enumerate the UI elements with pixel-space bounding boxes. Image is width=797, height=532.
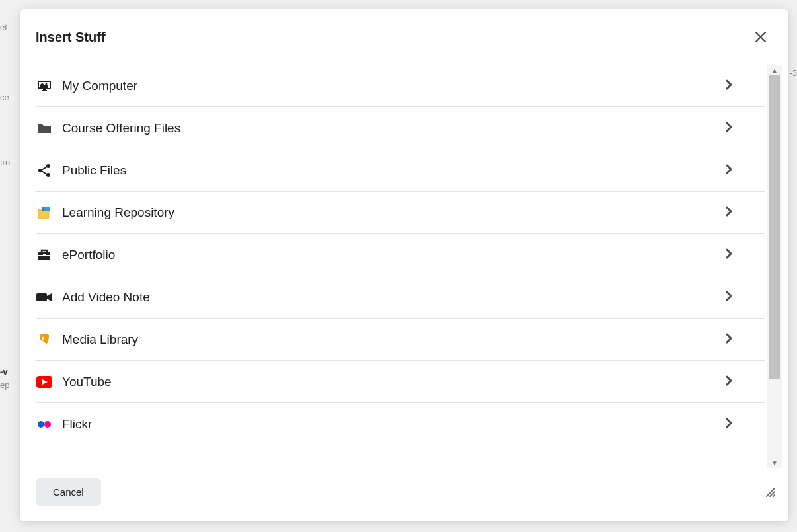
- option-add-video-note[interactable]: Add Video Note: [36, 276, 765, 319]
- option-label: ePortfolio: [62, 248, 726, 262]
- option-label: Learning Repository: [62, 206, 726, 220]
- option-label: Media Library: [62, 332, 726, 347]
- option-learning-repository[interactable]: Learning Repository: [36, 192, 765, 234]
- scrollbar[interactable]: ▲ ▼: [767, 65, 782, 468]
- chevron-right-icon: [726, 79, 732, 93]
- youtube-icon: [36, 373, 53, 391]
- option-flickr[interactable]: Flickr: [36, 403, 765, 445]
- option-label: My Computer: [62, 79, 726, 93]
- svg-point-15: [42, 337, 44, 340]
- folder-icon: [36, 120, 53, 137]
- chevron-right-icon: [726, 291, 732, 304]
- media-library-icon: [36, 331, 53, 348]
- option-public-files[interactable]: Public Files: [36, 149, 765, 192]
- svg-point-2: [46, 82, 48, 84]
- flickr-icon: [36, 416, 53, 433]
- insert-options-list: My Computer Course Offering Files: [36, 65, 765, 445]
- option-label: Flickr: [62, 417, 726, 432]
- cancel-button[interactable]: Cancel: [36, 478, 101, 506]
- close-icon: [755, 31, 767, 43]
- svg-rect-13: [43, 254, 46, 256]
- modal-title: Insert Stuff: [36, 30, 106, 45]
- option-label: YouTube: [62, 375, 726, 389]
- video-camera-icon: [36, 289, 53, 306]
- modal-header: Insert Stuff: [20, 9, 788, 49]
- chevron-right-icon: [726, 164, 732, 177]
- options-scroll-area: My Computer Course Offering Files: [36, 65, 765, 468]
- scrollbar-thumb[interactable]: [769, 75, 780, 379]
- briefcase-icon: [36, 247, 53, 264]
- modal-footer: Cancel: [20, 468, 788, 521]
- chevron-right-icon: [726, 248, 732, 262]
- computer-icon: [36, 77, 53, 95]
- scroll-up-arrow-icon[interactable]: ▲: [767, 65, 782, 75]
- insert-stuff-modal: Insert Stuff: [20, 9, 788, 521]
- svg-rect-14: [36, 293, 47, 301]
- modal-body: My Computer Course Offering Files: [36, 65, 782, 468]
- chevron-right-icon: [726, 375, 732, 389]
- scroll-down-arrow-icon[interactable]: ▼: [767, 457, 782, 468]
- close-button[interactable]: [749, 25, 773, 49]
- svg-rect-4: [43, 89, 46, 91]
- resize-handle-icon[interactable]: [765, 486, 777, 502]
- svg-rect-10: [42, 207, 44, 211]
- option-label: Public Files: [62, 163, 726, 178]
- chevron-right-icon: [726, 122, 732, 135]
- chevron-right-icon: [726, 418, 732, 431]
- chevron-right-icon: [726, 206, 732, 219]
- option-course-offering-files[interactable]: Course Offering Files: [36, 107, 765, 149]
- option-eportfolio[interactable]: ePortfolio: [36, 234, 765, 276]
- option-label: Course Offering Files: [62, 121, 726, 135]
- repository-icon: [36, 204, 53, 221]
- option-media-library[interactable]: Media Library: [36, 319, 765, 361]
- chevron-right-icon: [726, 333, 732, 346]
- svg-point-18: [44, 421, 51, 428]
- option-youtube[interactable]: YouTube: [36, 361, 765, 403]
- svg-point-17: [38, 421, 44, 428]
- option-label: Add Video Note: [62, 290, 726, 305]
- option-my-computer[interactable]: My Computer: [36, 65, 765, 107]
- share-icon: [36, 162, 53, 179]
